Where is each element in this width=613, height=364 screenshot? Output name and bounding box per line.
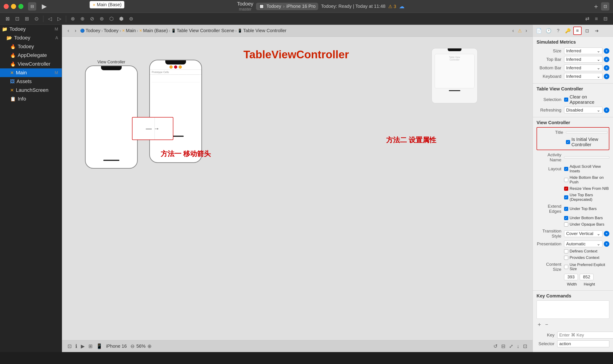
metrics-keyboard-dropdown[interactable]: Inferred ⌄ (564, 73, 602, 80)
refreshing-stepper[interactable]: + (604, 107, 609, 113)
toolbar-icon-12[interactable]: ⬢ (117, 15, 125, 23)
sidebar-item-launchscreen[interactable]: ✕ LaunchScreen (0, 86, 62, 95)
sidebar-item-main[interactable]: ✕ Main M (0, 68, 62, 77)
sidebar-item-todoey-group[interactable]: 📂 Todoey A (0, 34, 62, 42)
toolbar-icon-1[interactable]: ⊠ (4, 15, 12, 23)
presentation-stepper[interactable]: + (604, 241, 609, 247)
under-top-bars-checkbox[interactable]: ✓ (564, 207, 568, 211)
add-key-command-icon[interactable]: ＋ (536, 321, 542, 328)
metrics-bottombar-dropdown[interactable]: Inferred ⌄ (564, 65, 602, 71)
inspector-attributes-icon[interactable]: ≡ (573, 27, 582, 35)
toolbar-icon-7[interactable]: ⊗ (69, 15, 77, 23)
minimize-button[interactable] (11, 4, 16, 9)
toolbar-icon-6[interactable]: ▷ (56, 15, 63, 23)
sidebar-item-todoey-file[interactable]: 🔥 Todoey (0, 42, 62, 51)
width-input[interactable]: 393 (564, 274, 578, 280)
run-button[interactable]: ▶ (40, 2, 49, 10)
selection-checkbox[interactable]: ✓ (564, 98, 568, 102)
bottom-icon-2[interactable]: ℹ (75, 343, 77, 349)
content-size-checkbox[interactable] (564, 265, 568, 269)
toolbar-icon-16[interactable]: ⊟ (601, 15, 609, 23)
title-input[interactable] (566, 131, 608, 134)
activity-name-input[interactable] (564, 156, 609, 159)
zoom-out-icon[interactable]: ⊖ (130, 343, 134, 349)
metrics-keyboard-stepper[interactable]: + (604, 74, 609, 79)
bottom-icon-3[interactable]: ▶ (81, 343, 85, 349)
bottom-right-2[interactable]: ⊟ (501, 343, 505, 349)
sidebar-toggle-icon[interactable]: ⊟ (28, 2, 36, 11)
sidebar-item-viewcontroller[interactable]: 🔥 ViewController (0, 60, 62, 68)
toolbar-icon-13[interactable]: ⊜ (127, 15, 135, 23)
zoom-level: 56% (136, 344, 145, 349)
canvas-area[interactable]: TableViewController View Controller (62, 37, 533, 340)
fullscreen-button[interactable] (18, 4, 23, 9)
selector-value[interactable]: action (557, 340, 609, 347)
bottom-right-4[interactable]: ↓ (517, 343, 519, 349)
breadcrumb-main[interactable]: Main (126, 28, 136, 33)
bottom-right-3[interactable]: ⤢ (509, 343, 513, 349)
sidebar-item-info[interactable]: 📋 Info (0, 95, 62, 103)
inspector-help-icon[interactable]: ? (554, 27, 562, 35)
hide-bottom-checkbox[interactable] (564, 178, 568, 182)
adjust-editor-icon[interactable]: ⊡ (601, 2, 609, 11)
height-input[interactable]: 852 (580, 274, 593, 280)
breadcrumb-todoey-2[interactable]: Todoey (104, 28, 119, 33)
bottom-icon-5[interactable]: 📱 (96, 343, 102, 349)
inspector-size-icon[interactable]: ⊡ (583, 27, 591, 35)
toolbar-icon-11[interactable]: ⬡ (107, 15, 116, 23)
back-button[interactable]: ‹ (66, 27, 71, 35)
bottom-right-5[interactable]: ⊡ (523, 343, 527, 349)
toolbar-icon-4[interactable]: ⊙ (33, 15, 40, 23)
scheme-selector[interactable]: 🔲 Todoey › iPhone 16 Pro (256, 3, 318, 10)
iphone-mockup-vc[interactable] (85, 65, 138, 169)
iphone-mockup-tvc[interactable]: Prototype Cells Table View Prototype Co.… (149, 60, 202, 163)
defines-context-checkbox[interactable] (564, 249, 568, 253)
presentation-dropdown[interactable]: Automatic ⌄ (564, 241, 602, 247)
forward-button[interactable]: › (73, 27, 78, 35)
toolbar-icon-10[interactable]: ⊛ (98, 15, 106, 23)
toolbar-icon-2[interactable]: ⊡ (13, 15, 21, 23)
inspector-id-icon[interactable]: 🔑 (564, 27, 572, 35)
transition-stepper[interactable]: + (604, 231, 609, 236)
sidebar-item-appdelegate[interactable]: 🔥 AppDelegate (0, 51, 62, 60)
remove-key-command-icon[interactable]: － (544, 321, 549, 328)
adjust-scroll-checkbox[interactable]: ✓ (564, 167, 568, 171)
breadcrumb-tvc[interactable]: Table View Controller (243, 28, 287, 33)
metrics-topbar-dropdown[interactable]: Inferred ⌄ (564, 56, 602, 63)
bottom-icon-1[interactable]: ⊡ (67, 343, 72, 349)
breadcrumb-todoey-1[interactable]: Todoey (86, 28, 101, 33)
metrics-bottombar-stepper[interactable]: + (604, 65, 609, 71)
inspector-history-icon[interactable]: 🕐 (544, 27, 553, 35)
resize-view-checkbox[interactable]: ✓ (564, 187, 568, 191)
breadcrumb-forward[interactable]: › (524, 27, 529, 35)
refreshing-dropdown[interactable]: Disabled ⌄ (564, 107, 602, 113)
add-button[interactable]: ＋ (593, 2, 599, 11)
toolbar-icon-8[interactable]: ⊕ (78, 15, 86, 23)
sidebar-item-todoey-project[interactable]: 📁 Todoey M (0, 25, 62, 34)
metrics-topbar-stepper[interactable]: + (604, 57, 609, 62)
toolbar-icon-14[interactable]: ⇄ (583, 15, 591, 23)
bottom-right-1[interactable]: ↺ (493, 343, 497, 349)
breadcrumb-back[interactable]: ‹ (510, 27, 516, 35)
under-opaque-bars-checkbox[interactable] (564, 222, 568, 227)
metrics-size-dropdown[interactable]: Inferred ⌄ (564, 48, 602, 54)
sidebar-item-assets[interactable]: 🖼 Assets (0, 77, 62, 86)
close-button[interactable] (4, 4, 9, 9)
bottom-icon-4[interactable]: ⊞ (88, 343, 92, 349)
toolbar-icon-5[interactable]: ◁ (46, 15, 54, 23)
breadcrumb-tvc-scene[interactable]: Table View Controller Scene (177, 28, 235, 33)
inspector-file-icon[interactable]: 📄 (535, 27, 543, 35)
toolbar-icon-9[interactable]: ⊘ (88, 15, 96, 23)
provides-context-checkbox[interactable] (564, 256, 568, 260)
key-input[interactable] (557, 332, 613, 338)
zoom-in-icon[interactable]: ⊕ (147, 343, 152, 349)
initial-vc-checkbox[interactable]: ✓ (566, 140, 570, 144)
toolbar-icon-15[interactable]: ≡ (593, 15, 600, 23)
under-bottom-bars-checkbox[interactable]: ✓ (564, 216, 568, 220)
under-top-deprecated-checkbox[interactable]: ✓ (564, 195, 568, 199)
toolbar-icon-3[interactable]: ⊞ (23, 15, 31, 23)
transition-dropdown[interactable]: Cover Vertical ⌄ (564, 230, 602, 237)
inspector-connections-icon[interactable]: ➔ (593, 27, 601, 35)
breadcrumb-main-base[interactable]: Main (Base) (143, 28, 168, 33)
metrics-size-stepper[interactable]: + (604, 48, 609, 54)
